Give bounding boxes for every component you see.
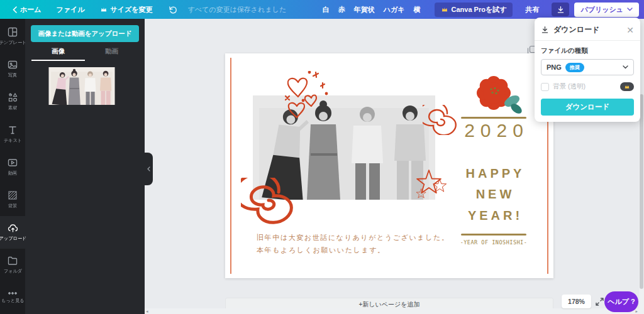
close-icon[interactable]: ✕ — [626, 26, 634, 35]
publish-button[interactable]: パブリッシュ — [574, 3, 639, 17]
try-pro-label: Canva Proを試す — [452, 5, 507, 14]
transparent-bg-checkbox[interactable] — [541, 83, 549, 91]
save-status-text: すべての変更は保存されました — [184, 5, 287, 14]
sidebar-item-folders[interactable]: フォルダ — [0, 249, 25, 281]
sidebar-item-label: 動画 — [8, 170, 17, 176]
camellia-flower[interactable] — [467, 69, 527, 116]
tag-nengajo[interactable]: 年賀状 — [354, 5, 375, 14]
resize-button[interactable]: サイズを変更 — [92, 0, 160, 19]
tab-images[interactable]: 画像 — [31, 47, 85, 61]
download-popover-header: ダウンロード ✕ — [541, 23, 634, 40]
folder-icon — [8, 256, 18, 266]
gold-divider-bottom — [461, 234, 526, 236]
new-text: NEW — [447, 187, 541, 202]
try-canva-pro-button[interactable]: Canva Proを試す — [435, 3, 513, 17]
uploads-panel: 画像または動画をアップロード 画像 動画 — [25, 19, 145, 314]
help-button[interactable]: ヘルプ ? — [604, 291, 638, 312]
sidebar-item-templates[interactable]: テンプレート — [0, 20, 25, 53]
tag-hagaki[interactable]: ハガキ — [384, 5, 405, 14]
sidebar-item-videos[interactable]: 動画 — [0, 151, 25, 183]
sidebar-item-label: 背景 — [8, 203, 17, 209]
upload-cloud-icon — [8, 223, 18, 233]
canva-editor: ホーム ファイル サイズを変更 すべての変更は保存されました 白 赤 年賀状 ハ… — [0, 0, 644, 314]
group-photo-grayscale[interactable] — [253, 95, 435, 200]
zoom-level-control[interactable]: 178% — [562, 295, 591, 308]
chevron-down-icon — [627, 8, 633, 11]
greeting-line-1[interactable]: 旧年中は大変お世話になりありがとうございました。 — [257, 233, 450, 242]
chevron-left-icon — [13, 6, 17, 13]
file-menu-button[interactable]: ファイル — [49, 0, 92, 19]
design-page[interactable]: 2020 HAPPY NEW YEAR! -YEAR OF INOSHISHI-… — [225, 53, 553, 278]
uploads-tabs: 画像 動画 — [31, 47, 138, 61]
fullscreen-button[interactable] — [594, 296, 605, 307]
card-frame-line-left — [230, 58, 231, 274]
zoom-level-value: 178% — [568, 298, 585, 305]
download-toolbar-button[interactable] — [552, 3, 569, 16]
people-photo — [253, 95, 435, 200]
home-button[interactable]: ホーム — [5, 0, 49, 19]
share-button[interactable]: 共有 — [518, 0, 547, 19]
sidebar-item-background[interactable]: 背景 — [0, 183, 25, 216]
file-type-value: PNG — [547, 63, 562, 71]
top-menu-bar: ホーム ファイル サイズを変更 すべての変更は保存されました 白 赤 年賀状 ハ… — [0, 0, 644, 19]
year-text: 2020 — [447, 120, 541, 141]
tag-red[interactable]: 赤 — [338, 5, 345, 14]
file-type-select[interactable]: PNG 推奨 — [541, 59, 634, 75]
sidebar-item-text[interactable]: テキスト — [0, 118, 25, 151]
sidebar-item-photos[interactable]: 写真 — [0, 53, 25, 85]
sidebar-item-more[interactable]: もっと見る — [0, 281, 25, 314]
tab-videos[interactable]: 動画 — [85, 47, 138, 61]
inoshishi-subtitle: -YEAR OF INOSHISHI- — [447, 239, 541, 246]
tag-white[interactable]: 白 — [323, 5, 330, 14]
sidebar-item-label: 写真 — [8, 72, 17, 78]
panel-collapse-handle[interactable] — [145, 153, 153, 185]
horizontal-scrollbar[interactable]: ◂ ▸ — [145, 308, 639, 314]
greeting-line-2[interactable]: 本年もよろしくお願いいたします。 — [257, 246, 386, 255]
sidebar-rail: テンプレート 写真 素材 テキスト 動画 背景 アップロード フォルダ — [0, 19, 25, 314]
transparent-bg-label: 背景 (透明) — [553, 82, 586, 91]
file-label: ファイル — [57, 5, 85, 14]
elements-icon — [8, 92, 18, 102]
topbar-right-group: 白 赤 年賀状 ハガキ 横 Canva Proを試す 共有 パブリッシュ — [323, 0, 639, 19]
background-icon — [8, 190, 18, 200]
crown-icon — [100, 6, 108, 13]
add-page-label: +新しいページを追加 — [358, 300, 419, 309]
transparent-bg-row: 背景 (透明) — [541, 82, 634, 91]
undo-button[interactable] — [160, 0, 184, 19]
divider — [535, 40, 640, 41]
upload-media-button[interactable]: 画像または動画をアップロード — [31, 25, 139, 42]
sidebar-item-label: 素材 — [8, 105, 17, 111]
resize-label: サイズを変更 — [111, 5, 153, 14]
scroll-left-arrow[interactable]: ◂ — [146, 309, 148, 313]
share-label: 共有 — [525, 5, 539, 14]
sidebar-item-label: テキスト — [3, 138, 21, 144]
tag-yoko[interactable]: 横 — [414, 5, 421, 14]
sidebar-item-label: テンプレート — [0, 40, 26, 46]
sidebar-item-elements[interactable]: 素材 — [0, 85, 25, 118]
chevron-left-icon — [147, 166, 150, 171]
scroll-right-arrow[interactable]: ▸ — [635, 309, 638, 313]
download-popover-title: ダウンロード — [553, 24, 599, 35]
download-icon — [541, 26, 549, 34]
help-label: ヘルプ ? — [608, 297, 635, 306]
download-popover: ダウンロード ✕ ファイルの種類 PNG 推奨 背景 (透明) ダウンロード — [535, 18, 640, 122]
vertical-scrollbar-thumb[interactable] — [640, 94, 643, 289]
year-word-text: YEAR! — [447, 208, 541, 223]
sidebar-item-label: フォルダ — [3, 268, 21, 274]
expand-icon — [596, 298, 604, 306]
happy-text: HAPPY — [447, 166, 541, 181]
people-photo-thumbnail — [31, 67, 132, 105]
pro-feature-badge — [620, 82, 634, 91]
design-tags: 白 赤 年賀状 ハガキ 横 — [323, 5, 421, 14]
uploaded-image-thumbnail[interactable] — [31, 67, 132, 105]
file-type-label: ファイルの種類 — [541, 46, 634, 55]
template-icon — [8, 27, 18, 37]
recommended-badge: 推奨 — [565, 63, 584, 72]
publish-label: パブリッシュ — [580, 5, 623, 14]
download-confirm-button[interactable]: ダウンロード — [541, 99, 634, 116]
sidebar-item-uploads[interactable]: アップロード — [0, 216, 25, 249]
sidebar-item-label: アップロード — [0, 236, 26, 242]
sidebar-item-label: もっと見る — [1, 298, 25, 304]
photos-icon — [8, 60, 18, 70]
text-icon — [8, 125, 18, 135]
